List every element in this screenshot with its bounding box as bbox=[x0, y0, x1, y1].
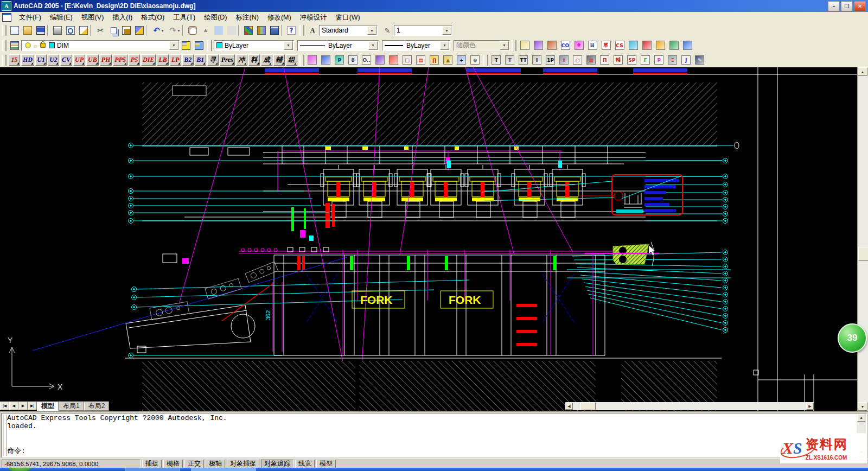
plot-icon[interactable] bbox=[51, 24, 64, 37]
die-btn-lb[interactable]: LB bbox=[157, 54, 168, 66]
die-btn-die[interactable]: DIE bbox=[141, 54, 156, 66]
insert-plate-icon[interactable]: ▦ bbox=[585, 54, 598, 67]
plot-preview-icon[interactable] bbox=[64, 24, 77, 37]
tab-model[interactable]: 模型 bbox=[37, 402, 59, 411]
circle-plus-icon[interactable]: ⊕ bbox=[469, 54, 482, 67]
sheet-edit-icon[interactable]: ▤ bbox=[414, 54, 427, 67]
wedge-icon[interactable] bbox=[374, 54, 387, 67]
mdi-document-icon[interactable] bbox=[2, 13, 11, 22]
punch-a-icon[interactable]: T bbox=[490, 54, 503, 67]
tab-nav-prev[interactable]: ◀ bbox=[9, 402, 18, 410]
make-object-layer-icon[interactable] bbox=[180, 39, 193, 52]
die-btn-liao[interactable]: 料 bbox=[248, 54, 260, 66]
die-btn-pp5[interactable]: PP5 bbox=[113, 54, 127, 66]
toggle-polar[interactable]: 极轴 bbox=[206, 460, 225, 468]
layer-manager-icon[interactable] bbox=[8, 39, 21, 52]
dim-gauge-icon[interactable] bbox=[306, 54, 319, 67]
die-btn-u2[interactable]: U2 bbox=[48, 54, 59, 66]
zoom-window-icon[interactable] bbox=[212, 24, 225, 37]
taskbar-window-button[interactable] bbox=[125, 468, 180, 471]
menu-insert[interactable]: 插入(I) bbox=[108, 12, 137, 23]
chevron-down-icon[interactable]: ▼ bbox=[368, 41, 378, 50]
brush-clean-icon[interactable] bbox=[627, 39, 640, 52]
toggle-osnap[interactable]: 对象捕捉 bbox=[227, 460, 259, 468]
menu-file[interactable]: 文件(F) bbox=[15, 12, 46, 23]
toolpalettes-icon[interactable] bbox=[268, 24, 281, 37]
minimize-button[interactable]: – bbox=[828, 1, 840, 11]
toolbar-grip[interactable] bbox=[483, 55, 488, 66]
close-button[interactable]: ✕ bbox=[854, 1, 866, 11]
horizontal-scrollbar[interactable]: ◀ ▶ bbox=[565, 402, 814, 410]
lifter-icon[interactable]: ⇧ bbox=[558, 54, 571, 67]
die-btn-up[interactable]: UP bbox=[73, 54, 85, 66]
paste-icon[interactable] bbox=[120, 24, 133, 37]
die-btn-pres[interactable]: Pres bbox=[220, 54, 235, 66]
help-icon[interactable]: ? bbox=[285, 24, 298, 37]
menu-modify[interactable]: 修改(M) bbox=[263, 12, 296, 23]
o-series-icon[interactable]: O.. bbox=[360, 54, 373, 67]
die-btn-hd[interactable]: HD bbox=[21, 54, 34, 66]
punch-double-icon[interactable]: TT bbox=[517, 54, 530, 67]
cos-icon[interactable]: CS bbox=[613, 39, 626, 52]
copy-object-icon[interactable]: □ bbox=[401, 54, 414, 67]
rack-icon[interactable]: # bbox=[572, 39, 585, 52]
menu-die-design[interactable]: 冲模设计 bbox=[296, 12, 331, 23]
scroll-left-icon[interactable]: ◀ bbox=[565, 403, 573, 410]
hscroll-thumb[interactable] bbox=[580, 402, 596, 410]
window-plus-icon[interactable]: + bbox=[455, 54, 468, 67]
color-bars-icon[interactable] bbox=[654, 39, 667, 52]
designcenter-icon[interactable] bbox=[255, 24, 268, 37]
fu-tool-icon[interactable]: 輔 bbox=[612, 54, 625, 67]
menu-dimension[interactable]: 标注(N) bbox=[232, 12, 263, 23]
layer-on-icon[interactable] bbox=[25, 42, 31, 48]
text-style-icon[interactable]: A bbox=[306, 24, 319, 37]
match-properties-icon[interactable] bbox=[133, 24, 146, 37]
die-btn-b1[interactable]: B1 bbox=[195, 54, 206, 66]
open-icon[interactable] bbox=[21, 24, 34, 37]
red-pencil-icon[interactable] bbox=[387, 54, 400, 67]
blue-template-icon[interactable] bbox=[320, 54, 333, 67]
chevron-down-icon[interactable]: ▼ bbox=[284, 41, 293, 50]
menu-view[interactable]: 视图(V) bbox=[77, 12, 108, 23]
toolbar-grip[interactable] bbox=[2, 40, 7, 51]
chevron-down-icon[interactable]: ▼ bbox=[442, 26, 451, 35]
spring-icon[interactable]: Π bbox=[598, 54, 611, 67]
point-plot-icon[interactable]: P bbox=[333, 54, 346, 67]
pan-icon[interactable] bbox=[186, 24, 199, 37]
die-btn-ub[interactable]: UB bbox=[86, 54, 99, 66]
layer-combo[interactable]: ☼ DIM ▼ bbox=[21, 40, 180, 51]
green-table-icon[interactable] bbox=[667, 39, 680, 52]
command-window[interactable]: AutoCAD Express Tools Copyright ?2000 Au… bbox=[0, 411, 868, 459]
restore-button[interactable]: ❐ bbox=[841, 1, 853, 11]
notification-badge[interactable]: 39 bbox=[838, 323, 867, 353]
toggle-grid[interactable]: 栅格 bbox=[163, 460, 183, 468]
coordinate-readout[interactable]: -68156.5741, 29675.9068, 0.0000 bbox=[2, 460, 141, 468]
list-icon[interactable]: 目 bbox=[586, 39, 599, 52]
die-btn-cv[interactable]: CV bbox=[60, 54, 72, 66]
zoom-previous-icon[interactable] bbox=[225, 24, 238, 37]
color-combo[interactable]: ByLayer ▼ bbox=[214, 40, 294, 51]
vscroll-thumb[interactable] bbox=[858, 247, 868, 261]
menu-draw[interactable]: 绘图(D) bbox=[200, 12, 231, 23]
publish-icon[interactable] bbox=[77, 24, 90, 37]
layer-lock-icon[interactable] bbox=[40, 43, 46, 48]
menu-format[interactable]: 格式(O) bbox=[137, 12, 169, 23]
title-bar[interactable]: A AutoCAD 2005 - [E:\Kevin_Design\2D DIE… bbox=[0, 0, 868, 12]
paint-box-icon[interactable] bbox=[545, 39, 558, 52]
menu-tools[interactable]: 工具(T) bbox=[169, 12, 200, 23]
start-button[interactable] bbox=[8, 468, 31, 471]
dim-style-combo[interactable]: 1 ▼ bbox=[394, 25, 452, 36]
scroll-right-icon[interactable]: ▶ bbox=[806, 403, 814, 410]
die-btn-15[interactable]: 15 bbox=[9, 54, 20, 66]
taskbar-window-button[interactable] bbox=[191, 468, 256, 471]
redo-icon[interactable]: ↷ bbox=[166, 24, 182, 37]
dan-s-icon[interactable]: 單 bbox=[599, 39, 612, 52]
layer-stack-icon[interactable] bbox=[681, 39, 694, 52]
toolbar-grip[interactable] bbox=[299, 25, 304, 36]
punch-pilot-icon[interactable]: I bbox=[531, 54, 544, 67]
menu-window[interactable]: 窗口(W) bbox=[331, 12, 365, 23]
punch-b-icon[interactable]: T bbox=[503, 54, 516, 67]
scroll-up-icon[interactable]: ▲ bbox=[858, 67, 867, 76]
die-btn-fu[interactable]: 輔 bbox=[273, 54, 285, 66]
panel-pencil-icon[interactable]: ✎ bbox=[693, 54, 706, 67]
